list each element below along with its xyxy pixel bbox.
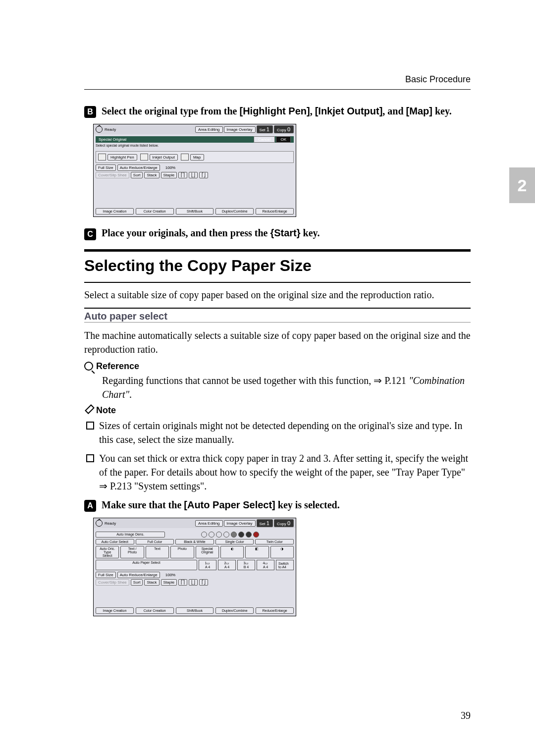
tab-shift-book[interactable]: Shift/Book <box>176 607 214 614</box>
step-number-1: A <box>84 500 96 512</box>
special-original-button[interactable]: Special Original <box>196 546 219 558</box>
density-dot[interactable] <box>216 532 222 538</box>
reference-body: Regarding functions that cannot be used … <box>102 374 471 401</box>
staple-pos-2[interactable]: ⎣⎦ <box>189 172 198 178</box>
ready-icon <box>96 520 103 527</box>
inkjet-output-key: [Inkjet Output] <box>315 106 383 116</box>
step-3-instruction: C Place your originals, and then press t… <box>84 226 471 240</box>
image-overlay-button[interactable]: Image Overlay <box>224 520 256 527</box>
tab-color-creation[interactable]: Color Creation <box>136 208 174 215</box>
sort-button[interactable]: Sort <box>131 579 143 586</box>
special-original-title-bar: Special Original Cancel OK <box>96 136 294 143</box>
ready-label: Ready <box>105 127 116 132</box>
single-color-button[interactable]: Single Color <box>215 539 254 544</box>
adjust-icon[interactable]: ◧ <box>245 546 268 558</box>
tab-duplex-combine[interactable]: Duplex/Combine <box>215 607 254 614</box>
sort-button[interactable]: Sort <box>131 172 143 178</box>
area-editing-button[interactable]: Area Editing <box>195 520 223 527</box>
ok-button[interactable]: OK <box>276 136 291 143</box>
switch-a4[interactable]: Switch to A4 <box>276 560 294 570</box>
full-size-button[interactable]: Full Size <box>96 572 116 578</box>
staple-pos-1[interactable]: ⎡⎤ <box>178 172 187 178</box>
highlight-pen-option[interactable]: Highlight Pen <box>107 154 137 161</box>
section-rule-top <box>84 249 471 252</box>
map-option[interactable]: Map <box>190 154 204 161</box>
zoom-percent: 100% <box>161 573 179 577</box>
tray-3-b4[interactable]: 3▭B 4 <box>237 560 255 570</box>
density-dot[interactable] <box>209 532 214 538</box>
tab-image-creation[interactable]: Image Creation <box>96 607 134 614</box>
note-item: Sizes of certain originals might not be … <box>84 419 471 446</box>
staple-pos-3[interactable]: ⎡⎦ <box>199 579 208 586</box>
density-dot[interactable] <box>238 532 244 538</box>
tab-duplex-combine[interactable]: Duplex/Combine <box>215 208 254 215</box>
staple-pos-2[interactable]: ⎣⎦ <box>189 579 198 586</box>
cancel-button[interactable]: Cancel <box>254 136 275 143</box>
full-color-button[interactable]: Full Color <box>136 539 174 544</box>
header-rule <box>84 89 471 90</box>
density-dot[interactable] <box>231 532 237 538</box>
running-header: Basic Procedure <box>405 74 471 85</box>
tab-reduce-enlarge[interactable]: Reduce/Enlarge <box>256 208 294 215</box>
auto-image-density-button[interactable]: Auto Image Dens. <box>96 532 165 538</box>
tray-4-a4[interactable]: 4▭A 4 <box>257 560 274 570</box>
reference-heading: Reference <box>84 361 471 372</box>
ready-icon <box>96 126 103 133</box>
step-number-2: B <box>84 106 96 118</box>
inkjet-output-option[interactable]: Inkjet Output <box>150 154 178 161</box>
staple-button[interactable]: Staple <box>161 579 177 586</box>
ready-label: Ready <box>105 521 116 526</box>
section-intro: Select a suitable size of copy paper bas… <box>84 288 471 302</box>
lighter-icon[interactable]: ◐ <box>220 546 244 558</box>
inkjet-output-icon <box>140 154 148 161</box>
staple-pos-3[interactable]: ⎡⎦ <box>199 172 208 178</box>
set-indicator: Set 1 <box>257 519 273 527</box>
image-overlay-button[interactable]: Image Overlay <box>224 126 256 133</box>
auto-oric-type-select-button[interactable]: Auto Oric. Type Select <box>96 546 119 558</box>
darker-icon[interactable]: ◑ <box>270 546 294 558</box>
zoom-percent: 100% <box>161 165 179 170</box>
note-icon <box>84 406 93 415</box>
set-indicator: Set 1 <box>257 125 273 133</box>
area-editing-button[interactable]: Area Editing <box>195 126 223 133</box>
subsection-rule-bottom <box>84 322 471 323</box>
highlight-pen-icon <box>98 154 106 161</box>
auto-paper-select-button[interactable]: Auto Paper Select <box>96 560 197 570</box>
subsection-rule-top <box>84 308 471 309</box>
subsection-intro: The machine automatically selects a suit… <box>84 328 471 356</box>
stack-button[interactable]: Stack <box>144 579 159 586</box>
note-item: You can set thick or extra thick copy pa… <box>84 451 471 493</box>
auto-color-select-button[interactable]: Auto Color Select <box>96 539 134 544</box>
page-number: 39 <box>461 710 471 721</box>
staple-button[interactable]: Staple <box>161 172 177 178</box>
tray-2-a4[interactable]: 2▭A 4 <box>218 560 236 570</box>
stack-button[interactable]: Stack <box>144 172 159 178</box>
reference-icon <box>84 362 93 371</box>
auto-reduce-enlarge-button[interactable]: Auto Reduce/Enlarge <box>117 572 160 578</box>
tab-reduce-enlarge[interactable]: Reduce/Enlarge <box>256 607 294 614</box>
tray-1-a4[interactable]: 1▭A 4 <box>199 560 216 570</box>
twin-color-button[interactable]: Twin Color <box>255 539 294 544</box>
density-dot[interactable] <box>223 532 229 538</box>
text-button[interactable]: Text <box>146 546 169 558</box>
staple-pos-1[interactable]: ⎡⎤ <box>178 579 187 586</box>
text-photo-button[interactable]: Text / Photo <box>120 546 144 558</box>
auto-paper-select-key: [Auto Paper Select] <box>184 499 275 510</box>
full-size-button[interactable]: Full Size <box>96 164 116 171</box>
special-original-screenshot: Ready Area Editing Image Overlay Set 1 C… <box>93 124 296 217</box>
step-1b-instruction: A Make sure that the [Auto Paper Select]… <box>84 498 471 512</box>
tab-shift-book[interactable]: Shift/Book <box>176 208 214 215</box>
photo-button[interactable]: Photo <box>170 546 194 558</box>
copy-indicator: Copy 0 <box>274 519 294 527</box>
step-number-3: C <box>84 228 96 240</box>
density-dot[interactable] <box>201 532 207 538</box>
density-dot[interactable] <box>253 532 259 538</box>
hint-text: Select special original mode listed belo… <box>96 144 294 147</box>
tab-image-creation[interactable]: Image Creation <box>96 208 134 215</box>
density-dot[interactable] <box>246 532 252 538</box>
note-list: Sizes of certain originals might not be … <box>84 419 471 493</box>
auto-reduce-enlarge-button[interactable]: Auto Reduce/Enlarge <box>117 164 160 171</box>
section-rule-bottom <box>84 282 471 283</box>
tab-color-creation[interactable]: Color Creation <box>136 607 174 614</box>
black-white-button[interactable]: Black & White <box>175 539 214 544</box>
